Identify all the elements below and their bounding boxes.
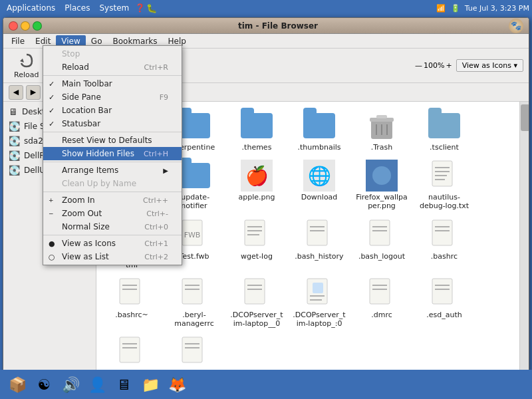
svg-text:FWB: FWB bbox=[184, 231, 201, 239]
file-item-bashrc[interactable]: .bashrc bbox=[414, 216, 474, 272]
file-item-thumbnails[interactable]: .thumbnails bbox=[289, 107, 349, 154]
gnome-foot-icon: 🐾 bbox=[509, 19, 523, 33]
taskbar-icon-folder[interactable]: 📁 bbox=[138, 372, 162, 396]
vmenu-sep-5 bbox=[43, 235, 182, 235]
reload-icon bbox=[17, 52, 36, 70]
vmenu-sep-4 bbox=[43, 192, 182, 192]
vmenu-check-main-toolbar: ✓ bbox=[49, 80, 58, 88]
file-item-dmrc[interactable]: .dmrc bbox=[352, 275, 412, 331]
vmenu-location-bar[interactable]: ✓ Location Bar bbox=[43, 104, 182, 117]
vmenu-stop[interactable]: Stop bbox=[43, 47, 182, 61]
titlebar: tim - File Browser 🐾 bbox=[3, 18, 529, 34]
vmenu-view-list[interactable]: ○ View as List Ctrl+2 bbox=[43, 250, 182, 263]
close-button[interactable] bbox=[9, 21, 18, 31]
view-menu: Stop Reload Ctrl+R ✓ Main Toolbar ✓ Side… bbox=[43, 45, 182, 265]
help-icon[interactable]: ❓ bbox=[134, 3, 145, 13]
bug-icon[interactable]: 🐛 bbox=[146, 3, 157, 13]
svg-rect-10 bbox=[376, 115, 387, 118]
vmenu-cleanup[interactable]: Clean Up by Name bbox=[43, 177, 182, 190]
vmenu-label-location-bar: Location Bar bbox=[62, 106, 164, 115]
file-label-dcop0: .DCOPserver_tim-laptop__0 bbox=[229, 311, 284, 328]
taskbar-icon-monitor[interactable]: 🖥 bbox=[112, 372, 136, 396]
vmenu-shortcut-zoom-out: Ctrl+- bbox=[146, 209, 168, 218]
file-item-dcop0[interactable]: .DCOPserver_tim-laptop__0 bbox=[227, 275, 287, 331]
vmenu-check-zoom-in: + bbox=[49, 197, 58, 203]
file-label-nautilus-log: nautilus-debug-log.txt bbox=[417, 193, 471, 210]
dellres-icon: 💽 bbox=[9, 150, 20, 161]
file-label-trash: .Trash bbox=[371, 143, 393, 152]
places-menu[interactable]: Places bbox=[61, 2, 94, 14]
file-label-bashrc-tilde: .bashrc~ bbox=[115, 311, 148, 319]
file-item-nautilus-log[interactable]: nautilus-debug-log.txt bbox=[414, 157, 474, 213]
forward-button[interactable]: ▶ bbox=[26, 85, 41, 100]
file-label-themes: .themes bbox=[242, 143, 272, 152]
sda2-icon: 💽 bbox=[9, 136, 20, 146]
file-item-esd-auth[interactable]: .esd_auth bbox=[414, 275, 474, 331]
maximize-button[interactable] bbox=[33, 21, 42, 31]
battery-icon[interactable]: 🔋 bbox=[450, 3, 461, 13]
vmenu-show-hidden[interactable]: Show Hidden Files Ctrl+H bbox=[43, 147, 182, 160]
file-item-apple-png[interactable]: 🍎 apple.png bbox=[227, 157, 287, 213]
svg-rect-20 bbox=[432, 161, 452, 186]
taskbar-icon-taichi[interactable]: ☯ bbox=[32, 372, 56, 396]
file-item-dcop-colon0[interactable]: .DCOPserver_tim-laptop_:0 bbox=[289, 275, 349, 331]
vmenu-zoom-in[interactable]: + Zoom In Ctrl++ bbox=[43, 194, 182, 207]
vmenu-normal-size[interactable]: Normal Size Ctrl+0 bbox=[43, 220, 182, 233]
file-item-bashrc-tilde[interactable]: .bashrc~ bbox=[102, 275, 162, 331]
vmenu-view-icons[interactable]: ● View as Icons Ctrl+1 bbox=[43, 237, 182, 250]
system-menu[interactable]: System bbox=[95, 2, 133, 14]
svg-rect-42 bbox=[120, 279, 140, 304]
taskbar-icon-firefox[interactable]: 🦊 bbox=[165, 372, 189, 396]
vmenu-reload[interactable]: Reload Ctrl+R bbox=[43, 61, 182, 74]
vmenu-label-list: View as List bbox=[62, 252, 140, 261]
file-item-bash-logout[interactable]: .bash_logout bbox=[352, 216, 412, 272]
taskbar-icon-package[interactable]: 📦 bbox=[5, 372, 29, 396]
svg-rect-39 bbox=[432, 220, 452, 245]
zoom-plus-icon: + bbox=[446, 61, 452, 70]
file-item-wget-log[interactable]: wget-log bbox=[227, 216, 287, 272]
reload-button[interactable]: Reload bbox=[9, 49, 44, 82]
file-item-bash-history[interactable]: .bash_history bbox=[289, 216, 349, 272]
vmenu-radio-icons: ● bbox=[49, 239, 58, 248]
zoom-minus-icon: — bbox=[415, 61, 422, 70]
file-item-trash[interactable]: .Trash bbox=[352, 107, 412, 154]
file-label-bash-logout: .bash_logout bbox=[358, 252, 405, 261]
svg-rect-64 bbox=[182, 337, 202, 362]
applications-menu[interactable]: Applications bbox=[3, 2, 59, 14]
file-item-beryl[interactable]: .beryl-managerrc bbox=[164, 275, 224, 331]
svg-point-19 bbox=[372, 166, 391, 185]
vmenu-label-icons: View as Icons bbox=[62, 239, 140, 248]
scrollbar[interactable] bbox=[519, 102, 529, 388]
svg-text:🌐: 🌐 bbox=[308, 165, 331, 187]
svg-rect-55 bbox=[370, 279, 390, 304]
zoom-level: 100% bbox=[424, 61, 444, 70]
vmenu-zoom-out[interactable]: − Zoom Out Ctrl+- bbox=[43, 207, 182, 220]
vmenu-label-reset: Reset View to Defaults bbox=[62, 136, 164, 145]
vmenu-label-arrange: Arrange Items bbox=[62, 166, 155, 175]
file-item-tsclient[interactable]: .tsclient bbox=[414, 107, 474, 154]
toolbar-right: — 100% + View as Icons ▾ bbox=[415, 59, 523, 72]
file-item-download[interactable]: 🌐 Download bbox=[289, 157, 349, 213]
vmenu-reset-view[interactable]: Reset View to Defaults bbox=[43, 134, 182, 147]
back-button[interactable]: ◀ bbox=[9, 85, 23, 100]
reload-label: Reload bbox=[14, 70, 39, 79]
vmenu-shortcut-normal: Ctrl+0 bbox=[144, 223, 168, 231]
vmenu-arrange-items[interactable]: Arrange Items ▶ bbox=[43, 164, 182, 177]
taskbar-icon-user[interactable]: 👤 bbox=[85, 372, 109, 396]
minimize-button[interactable] bbox=[21, 21, 30, 31]
file-label-test-fwb: Test.fwb bbox=[180, 252, 209, 261]
menu-file[interactable]: File bbox=[6, 35, 30, 47]
taskbar-icon-sound[interactable]: 🔊 bbox=[59, 372, 82, 396]
file-item-firefox-wallpaper[interactable]: Firefox_wallpaper.png bbox=[352, 157, 412, 213]
vmenu-shortcut-hidden: Ctrl+H bbox=[144, 150, 168, 158]
vmenu-sep-3 bbox=[43, 162, 182, 162]
view-as-button[interactable]: View as Icons ▾ bbox=[456, 59, 523, 72]
network-icon[interactable]: 📶 bbox=[436, 3, 446, 13]
file-label-tsclient: .tsclient bbox=[430, 143, 459, 152]
vmenu-statusbar[interactable]: ✓ Statusbar bbox=[43, 117, 182, 130]
file-item-themes[interactable]: .themes bbox=[227, 107, 287, 154]
vmenu-side-pane[interactable]: ✓ Side Pane F9 bbox=[43, 90, 182, 104]
vmenu-check-location-bar: ✓ bbox=[49, 106, 58, 115]
vmenu-check-zoom-out: − bbox=[49, 210, 58, 217]
vmenu-main-toolbar[interactable]: ✓ Main Toolbar bbox=[43, 77, 182, 90]
